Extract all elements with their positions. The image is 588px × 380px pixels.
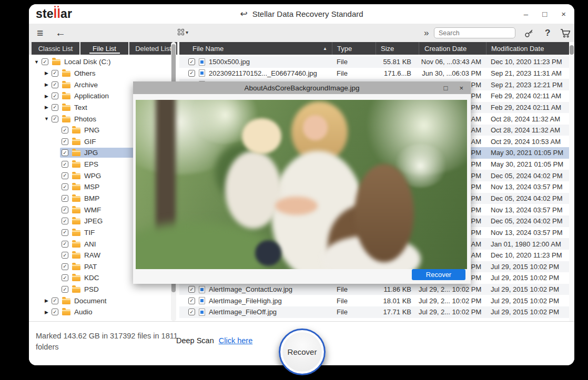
modification-date-cell: May 30, 2021 01:05 PM	[486, 160, 569, 168]
column-header-modification-date[interactable]: Modification Date	[486, 42, 569, 55]
expand-arrow-icon[interactable]: ▼	[43, 116, 50, 121]
row-checkbox[interactable]: ✓	[188, 58, 195, 65]
deep-scan-link[interactable]: Click here	[219, 336, 252, 345]
tree-checkbox[interactable]: ✓	[52, 116, 58, 122]
folder-icon	[72, 196, 80, 202]
tree-checkbox[interactable]: ✓	[62, 274, 68, 281]
activation-key-icon[interactable]	[524, 24, 534, 42]
modification-date-cell: Oct 28, 2024 11:32 AM	[486, 126, 569, 134]
size-cell: 171.6...B	[376, 69, 419, 77]
column-header-file-name[interactable]: File Name▲	[179, 42, 332, 55]
folder-icon	[62, 299, 70, 304]
tree-checkbox[interactable]: ✓	[62, 218, 68, 224]
toolbar: ≡ ← ▾ » ?	[29, 24, 574, 42]
table-row[interactable]: ✓ 1500x500.jpg File 55.81 KB Nov 06, ...…	[179, 56, 569, 68]
sort-asc-icon: ▲	[323, 46, 327, 51]
expand-arrow-icon[interactable]: ▶	[43, 298, 50, 303]
expand-arrow-icon[interactable]: ▶	[43, 82, 50, 87]
modification-date-cell: Nov 13, 2024 03:57 PM	[486, 229, 569, 237]
tab-file-list[interactable]: File List	[80, 42, 128, 55]
preview-titlebar[interactable]: AboutAdsCoreBackgroundImage.jpg □ ×	[133, 81, 471, 94]
row-checkbox[interactable]: ✓	[188, 309, 195, 315]
tree-checkbox[interactable]: ✓	[42, 58, 48, 65]
tree-checkbox[interactable]: ✓	[62, 183, 68, 190]
tree-checkbox[interactable]: ✓	[62, 161, 68, 168]
table-row[interactable]: ✓ AlertImage_ContactLow.jpg File 11.86 K…	[179, 284, 569, 295]
size-cell: 55.81 KB	[376, 58, 419, 66]
maximize-button[interactable]: □	[542, 9, 547, 18]
tree-item-label: Application	[74, 92, 109, 100]
close-button[interactable]: ×	[561, 9, 566, 18]
modification-date-cell: Feb 29, 2024 02:11 AM	[486, 92, 569, 100]
expand-arrow-icon[interactable]: ▶	[43, 94, 50, 99]
cart-icon[interactable]	[560, 24, 571, 42]
folder-icon	[72, 150, 80, 156]
tree-checkbox[interactable]: ✓	[52, 81, 58, 88]
table-scrollbar[interactable]	[569, 42, 574, 321]
table-row[interactable]: ✓ 20230921170152..._E06677460.jpg File 1…	[179, 68, 569, 79]
modification-date-cell: Oct 29, 2024 10:53 AM	[486, 138, 569, 146]
column-header-size[interactable]: Size	[376, 42, 419, 55]
row-checkbox[interactable]: ✓	[188, 70, 195, 77]
table-row[interactable]: ✓ AlertImage_FileHigh.jpg File 18.01 KB …	[179, 295, 569, 306]
column-header-creation-date[interactable]: Creation Date	[419, 42, 486, 55]
return-arrow-icon[interactable]: ↩	[240, 8, 247, 19]
table-scrollbar-thumb[interactable]	[570, 45, 574, 55]
tree-checkbox[interactable]: ✓	[62, 229, 68, 236]
row-checkbox[interactable]: ✓	[188, 297, 195, 304]
tree-item[interactable]: ▶ ✓ Audio	[29, 306, 178, 318]
marked-summary: Marked 143.62 GB in 317392 files in 1811…	[36, 331, 194, 353]
tree-item[interactable]: ▶ ✓ Document	[29, 295, 178, 306]
tree-checkbox[interactable]: ✓	[62, 172, 68, 179]
tree-checkbox[interactable]: ✓	[52, 297, 58, 304]
tree-checkbox[interactable]: ✓	[52, 309, 58, 315]
tree-item-label: WPG	[84, 172, 101, 180]
tree-item[interactable]: ✓ PSD	[29, 284, 178, 295]
tree-checkbox[interactable]: ✓	[62, 207, 68, 213]
tab-deleted-list[interactable]: Deleted List	[129, 42, 177, 55]
search-box[interactable]	[434, 27, 515, 38]
tree-checkbox[interactable]: ✓	[52, 104, 58, 111]
overflow-chevron-icon[interactable]: »	[424, 24, 429, 42]
table-row[interactable]: ✓ AlertImage_FileOff.jpg File 17.71 KB J…	[179, 306, 569, 318]
tree-item-label: PAT	[84, 263, 97, 271]
image-file-icon	[199, 309, 205, 316]
tree-checkbox[interactable]: ✓	[62, 195, 68, 202]
preview-close-button[interactable]: ×	[459, 84, 463, 92]
tree-checkbox[interactable]: ✓	[62, 138, 68, 145]
column-header-type[interactable]: Type	[332, 42, 376, 55]
tree-checkbox[interactable]: ✓	[62, 127, 68, 133]
tree-checkbox[interactable]: ✓	[62, 149, 68, 156]
tree-checkbox[interactable]: ✓	[52, 93, 58, 99]
folder-icon	[72, 128, 80, 133]
tree-item-label: RAW	[84, 251, 100, 259]
tree-checkbox[interactable]: ✓	[62, 241, 68, 248]
folder-icon	[72, 184, 80, 190]
row-checkbox[interactable]: ✓	[188, 286, 195, 293]
expand-arrow-icon[interactable]: ▶	[43, 310, 50, 315]
tree-checkbox[interactable]: ✓	[62, 252, 68, 259]
expand-arrow-icon[interactable]: ▶	[43, 105, 50, 110]
tree-checkbox[interactable]: ✓	[52, 70, 58, 77]
tree-item-label: MSP	[84, 183, 99, 191]
recover-button[interactable]: Recover	[279, 328, 326, 375]
tree-checkbox[interactable]: ✓	[62, 263, 68, 270]
preview-recover-button[interactable]: Recover	[412, 269, 465, 280]
view-grid-icon[interactable]: ▾	[178, 29, 188, 35]
tree-item-label: Audio	[74, 308, 93, 316]
preview-title: AboutAdsCoreBackgroundImage.jpg	[244, 84, 359, 92]
expand-arrow-icon[interactable]: ▶	[43, 70, 50, 76]
minimize-button[interactable]: –	[524, 9, 528, 18]
expand-arrow-icon[interactable]: ▼	[33, 59, 40, 65]
folder-icon	[62, 71, 70, 77]
tab-classic-list[interactable]: Classic List	[32, 42, 79, 55]
file-name-cell: AlertImage_FileOff.jpg	[209, 308, 277, 316]
search-input[interactable]	[434, 29, 525, 37]
menu-icon[interactable]: ≡	[37, 24, 43, 42]
preview-maximize-button[interactable]: □	[444, 84, 448, 92]
tree-item[interactable]: ▼ ✓ Local Disk (C:)	[29, 56, 178, 68]
back-icon[interactable]: ←	[55, 24, 66, 42]
tree-item[interactable]: ▶ ✓ Others	[29, 68, 178, 79]
help-icon[interactable]: ?	[545, 24, 550, 42]
tree-checkbox[interactable]: ✓	[62, 286, 68, 293]
